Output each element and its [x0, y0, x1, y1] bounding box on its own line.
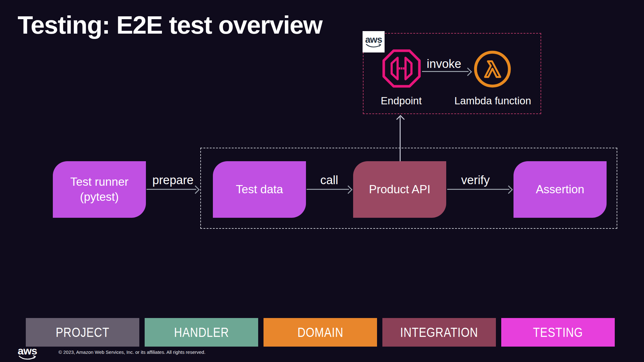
test-runner-label-line2: (pytest)	[80, 189, 119, 205]
test-data-box: Test data	[213, 161, 306, 218]
assertion-label: Assertion	[536, 182, 584, 197]
tab-integration-label: INTEGRATION	[400, 325, 478, 340]
endpoint-label: Endpoint	[370, 95, 433, 107]
tab-domain[interactable]: DOMAIN	[264, 318, 377, 347]
test-runner-box: Test runner (pytest)	[53, 161, 146, 218]
invoke-arrow-label: invoke	[419, 57, 469, 71]
tab-domain-label: DOMAIN	[297, 325, 343, 340]
assertion-box: Assertion	[514, 161, 607, 218]
test-data-label: Test data	[236, 182, 283, 197]
aws-smile-icon	[365, 44, 382, 49]
tab-project[interactable]: PROJECT	[26, 318, 139, 347]
tab-testing[interactable]: TESTING	[501, 318, 615, 347]
lambda-function-label: Lambda function	[452, 95, 534, 107]
lambda-function-icon	[473, 49, 512, 89]
product-api-label: Product API	[369, 182, 430, 197]
test-runner-label-line1: Test runner	[70, 174, 128, 189]
endpoint-icon	[382, 49, 421, 88]
call-arrow-label: call	[304, 173, 354, 187]
tab-handler-label: HANDLER	[174, 325, 229, 340]
copyright-text: © 2023, Amazon Web Services, Inc. or its…	[58, 349, 205, 355]
tab-integration[interactable]: INTEGRATION	[382, 318, 496, 347]
tab-project-label: PROJECT	[56, 325, 109, 340]
verify-arrow-label: verify	[450, 173, 501, 187]
aws-footer-smile-icon	[18, 355, 37, 361]
slide: Testing: E2E test overview aws invoke	[0, 0, 644, 362]
product-api-box: Product API	[353, 161, 446, 218]
aws-footer-logo: aws	[16, 346, 38, 361]
tab-handler[interactable]: HANDLER	[145, 318, 258, 347]
aws-footer-logo-text: aws	[18, 346, 37, 355]
tab-testing-label: TESTING	[533, 325, 583, 340]
prepare-arrow-label: prepare	[148, 173, 198, 187]
aws-logo-badge: aws	[363, 31, 385, 52]
page-title: Testing: E2E test overview	[18, 11, 322, 40]
aws-logo-text: aws	[365, 35, 382, 44]
